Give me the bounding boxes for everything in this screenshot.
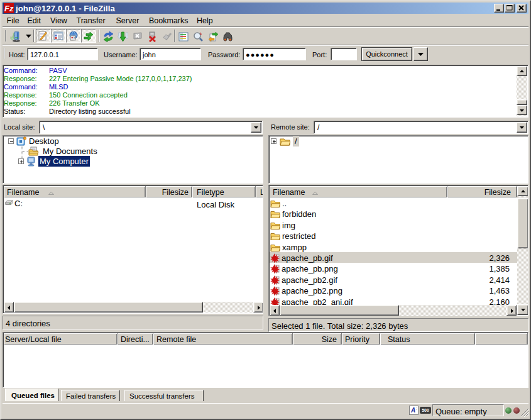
svg-text:Fz: Fz xyxy=(4,4,14,13)
